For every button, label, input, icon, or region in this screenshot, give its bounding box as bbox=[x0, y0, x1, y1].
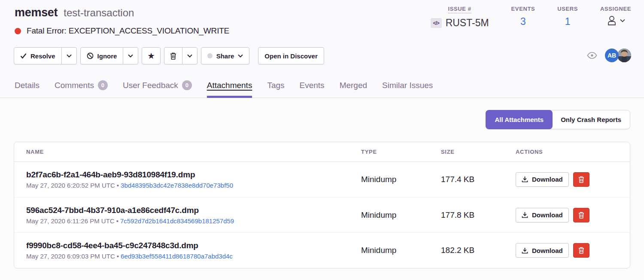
attachment-date: May 27, 2020 6:20:52 PM UTC bbox=[26, 182, 115, 189]
open-in-discover-button[interactable]: Open in Discover bbox=[258, 47, 324, 64]
issue-stats: ISSUE # </> RUST-5M EVENTS 3 USERS 1 ASS… bbox=[431, 6, 631, 29]
attachment-filename: f9990bc8-cd58-4ee4-ba45-c9c247848c3d.dmp bbox=[26, 241, 361, 250]
table-header-row: NAME TYPE SIZE ACTIONS bbox=[14, 142, 630, 162]
event-id-link[interactable]: 6ed93b3ef558411d8618780a7abd3d4c bbox=[121, 253, 233, 260]
chevron-down-icon bbox=[238, 54, 243, 58]
column-header-size: SIZE bbox=[441, 149, 516, 155]
attachment-size: 177.8 KB bbox=[441, 210, 516, 220]
chevron-down-icon bbox=[67, 54, 72, 58]
attachment-type: Minidump bbox=[361, 210, 441, 220]
action-toolbar: Resolve Ignore ★ bbox=[14, 47, 324, 64]
trash-icon bbox=[578, 247, 584, 254]
share-button[interactable]: Share bbox=[201, 47, 250, 64]
issue-header-section: memset test-transaction Fatal Error: EXC… bbox=[0, 0, 644, 98]
circle-slash-icon bbox=[87, 52, 94, 59]
stat-assignee-label: ASSIGNEE bbox=[600, 6, 631, 12]
delete-button-group bbox=[164, 47, 197, 64]
check-icon bbox=[20, 53, 27, 59]
table-row: 596ac524-7bbd-4b37-910a-a1e86cedf47c.dmp… bbox=[14, 198, 630, 233]
tab-details[interactable]: Details bbox=[15, 80, 39, 97]
delete-attachment-button[interactable] bbox=[573, 243, 589, 258]
eye-icon[interactable] bbox=[587, 52, 597, 59]
stat-events-label: EVENTS bbox=[511, 6, 535, 12]
table-row: f9990bc8-cd58-4ee4-ba45-c9c247848c3d.dmp… bbox=[14, 233, 630, 268]
meta-separator: • bbox=[116, 217, 118, 225]
stat-users-label: USERS bbox=[557, 6, 578, 12]
attachment-name-cell: f9990bc8-cd58-4ee4-ba45-c9c247848c3d.dmp… bbox=[26, 241, 361, 260]
issue-tab-bar: Details Comments0 User Feedback0 Attachm… bbox=[15, 80, 433, 97]
bookmark-star-button[interactable]: ★ bbox=[142, 47, 160, 64]
download-icon bbox=[522, 212, 528, 218]
star-icon: ★ bbox=[148, 52, 154, 60]
tab-events[interactable]: Events bbox=[300, 80, 325, 97]
chevron-down-icon bbox=[620, 19, 625, 22]
stat-issue-label: ISSUE # bbox=[448, 6, 471, 13]
attachment-actions: Download bbox=[516, 243, 630, 258]
resolve-button-group: Resolve bbox=[14, 47, 77, 64]
attachment-type: Minidump bbox=[361, 246, 441, 255]
filter-only-crash-reports[interactable]: Only Crash Reports bbox=[552, 110, 630, 129]
download-button[interactable]: Download bbox=[516, 243, 569, 258]
attachments-filter-toggle: All Attachments Only Crash Reports bbox=[486, 110, 630, 129]
filter-all-attachments[interactable]: All Attachments bbox=[486, 110, 553, 129]
table-row: b2f7ac6b-f2a1-464b-aeb9-93d810984f19.dmp… bbox=[14, 162, 630, 198]
tab-attachments[interactable]: Attachments bbox=[207, 80, 252, 97]
trash-icon bbox=[578, 212, 584, 219]
tab-tags[interactable]: Tags bbox=[267, 80, 284, 97]
delete-attachment-button[interactable] bbox=[573, 208, 589, 222]
error-summary-text: Fatal Error: EXCEPTION_ACCESS_VIOLATION_… bbox=[27, 26, 229, 36]
delete-attachment-button[interactable] bbox=[573, 172, 589, 187]
attachment-actions: Download bbox=[516, 172, 630, 187]
stat-issue-value[interactable]: </> RUST-5M bbox=[431, 17, 489, 29]
share-status-dot-icon bbox=[207, 53, 213, 58]
resolve-button[interactable]: Resolve bbox=[14, 47, 62, 64]
attachment-filename: 596ac524-7bbd-4b37-910a-a1e86cedf47c.dmp bbox=[26, 206, 361, 215]
issue-culprit: test-transaction bbox=[64, 7, 134, 19]
tab-merged[interactable]: Merged bbox=[340, 80, 367, 97]
error-summary-row: Fatal Error: EXCEPTION_ACCESS_VIOLATION_… bbox=[15, 26, 229, 36]
feedback-count-badge: 0 bbox=[182, 80, 192, 90]
column-header-type: TYPE bbox=[361, 149, 441, 155]
issue-title: memset bbox=[15, 6, 58, 19]
stat-users-value[interactable]: 1 bbox=[565, 16, 571, 27]
ignore-button-group: Ignore bbox=[80, 47, 139, 64]
tab-user-feedback[interactable]: User Feedback0 bbox=[123, 80, 192, 97]
meta-separator: • bbox=[117, 253, 119, 260]
person-icon bbox=[606, 15, 617, 27]
stat-events: EVENTS 3 bbox=[511, 6, 535, 29]
attachment-meta: May 27, 2020 6:11:26 PM UTC•7c592d7d2b16… bbox=[26, 217, 361, 225]
download-icon bbox=[522, 247, 528, 254]
attachment-date: May 27, 2020 6:09:03 PM UTC bbox=[26, 253, 115, 260]
delete-dropdown-button[interactable] bbox=[182, 47, 197, 64]
attachment-date: May 27, 2020 6:11:26 PM UTC bbox=[26, 217, 115, 225]
attachment-actions: Download bbox=[516, 208, 630, 222]
participant-avatars: AB bbox=[605, 49, 631, 62]
attachment-filename: b2f7ac6b-f2a1-464b-aeb9-93d810984f19.dmp bbox=[26, 170, 361, 180]
column-header-actions: ACTIONS bbox=[516, 149, 630, 155]
attachments-table: NAME TYPE SIZE ACTIONS b2f7ac6b-f2a1-464… bbox=[14, 142, 630, 268]
person-photo-icon bbox=[617, 49, 631, 62]
delete-issue-button[interactable] bbox=[164, 47, 182, 64]
download-button[interactable]: Download bbox=[516, 172, 569, 187]
download-button[interactable]: Download bbox=[516, 208, 569, 222]
event-id-link[interactable]: 3bd48395b3dc42e7838e8dd70e73bf50 bbox=[121, 182, 233, 189]
ignore-dropdown-button[interactable] bbox=[123, 47, 138, 64]
event-id-link[interactable]: 7c592d7d2b1641dc834569b181257d59 bbox=[120, 217, 234, 225]
stat-issue-number: ISSUE # </> RUST-5M bbox=[431, 6, 489, 29]
trash-icon bbox=[170, 52, 176, 60]
tab-comments[interactable]: Comments0 bbox=[55, 80, 108, 97]
download-icon bbox=[522, 176, 528, 183]
attachment-meta: May 27, 2020 6:09:03 PM UTC•6ed93b3ef558… bbox=[26, 253, 361, 260]
error-level-dot-icon bbox=[15, 28, 21, 34]
stat-events-value[interactable]: 3 bbox=[520, 16, 526, 27]
attachment-type: Minidump bbox=[361, 175, 441, 184]
chevron-down-icon bbox=[187, 54, 192, 58]
resolve-dropdown-button[interactable] bbox=[61, 47, 77, 64]
comments-count-badge: 0 bbox=[98, 80, 108, 90]
stat-users: USERS 1 bbox=[557, 6, 578, 29]
avatar-initials: AB bbox=[605, 49, 619, 62]
ignore-button[interactable]: Ignore bbox=[80, 47, 124, 64]
assignee-dropdown[interactable] bbox=[606, 15, 625, 27]
meta-separator: • bbox=[117, 182, 119, 189]
tab-similar-issues[interactable]: Similar Issues bbox=[382, 80, 433, 97]
